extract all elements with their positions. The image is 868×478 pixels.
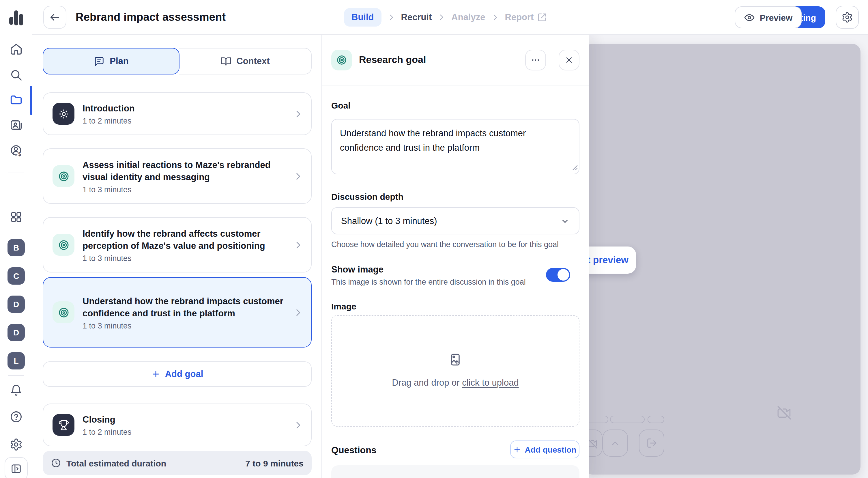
svg-text:$: $: [18, 151, 21, 157]
workspace-avatar[interactable]: B: [7, 239, 25, 256]
breadcrumb-report[interactable]: Report: [505, 12, 547, 23]
close-panel-button[interactable]: [559, 50, 580, 70]
preview-expand-button: [602, 429, 628, 457]
research-goal-panel: Research goal Goal Understand how the re…: [322, 35, 589, 478]
goal-duration: 1 to 2 minutes: [83, 117, 287, 125]
back-button[interactable]: [43, 6, 66, 29]
more-options-button[interactable]: [525, 50, 546, 70]
trophy-icon: [53, 414, 74, 436]
add-goal-button[interactable]: Add goal: [43, 361, 312, 387]
target-icon: [53, 165, 74, 187]
goal-card[interactable]: Assess initial reactions to Maze's rebra…: [43, 148, 312, 204]
breadcrumb-analyze[interactable]: Analyze: [451, 12, 485, 23]
workspace-avatar[interactable]: D: [7, 296, 25, 313]
chevron-right-icon: [293, 171, 303, 181]
image-field-label: Image: [331, 301, 356, 311]
sidebar-item-panel-payments[interactable]: $: [9, 144, 23, 158]
search-icon: [9, 68, 23, 82]
help-icon: [9, 410, 23, 423]
questions-heading: Questions: [331, 445, 376, 455]
tab-plan[interactable]: Plan: [43, 48, 180, 74]
goal-duration: 1 to 3 minutes: [83, 321, 287, 330]
resize-handle[interactable]: [571, 164, 578, 170]
workspace-initial: L: [13, 356, 19, 365]
close-icon: [564, 55, 574, 65]
goal-duration: 1 to 3 minutes: [83, 185, 287, 194]
gear-icon: [841, 11, 853, 23]
preview-progress-segment: [610, 416, 645, 423]
sidebar-item-settings[interactable]: [9, 438, 23, 451]
toggle-knob: [558, 269, 569, 280]
goal-card-introduction[interactable]: Introduction 1 to 2 minutes: [43, 92, 312, 135]
breadcrumb-recruit[interactable]: Recruit: [401, 12, 432, 23]
goal-textarea[interactable]: Understand how the rebrand impacts custo…: [331, 119, 580, 174]
chevron-down-icon: [560, 216, 569, 226]
user-dollar-icon: $: [9, 144, 23, 158]
total-duration-value: 7 to 9 minutes: [245, 458, 304, 468]
chevron-up-icon: [610, 438, 620, 448]
goal-card-closing[interactable]: Closing 1 to 2 minutes: [43, 404, 312, 446]
depth-help-text: Choose how detailed you want the convers…: [331, 240, 559, 249]
upload-prefix-text: Drag and drop or: [392, 377, 462, 387]
start-preview-label: t preview: [587, 255, 628, 266]
sidebar-active-indicator: [30, 86, 32, 115]
gear-icon: [9, 438, 23, 451]
bell-icon: [9, 384, 22, 397]
question-card[interactable]: [331, 465, 580, 478]
discussion-depth-value: Shallow (1 to 3 minutes): [341, 216, 437, 226]
ellipsis-icon: [530, 55, 541, 65]
app-window: t preview $ B C D D L: [0, 0, 868, 478]
goal-title: Introduction: [83, 102, 287, 114]
preview-progress-segment: [585, 416, 608, 423]
maze-logo: [8, 10, 23, 26]
plus-icon: [514, 445, 521, 453]
discussion-depth-select[interactable]: Shallow (1 to 3 minutes): [331, 207, 580, 234]
breadcrumb-report-label: Report: [505, 12, 534, 23]
sidebar-item-home[interactable]: [9, 42, 23, 56]
breadcrumb-build[interactable]: Build: [344, 8, 381, 27]
workspace-avatar[interactable]: L: [7, 352, 25, 369]
eye-icon: [744, 12, 755, 23]
goal-card-selected[interactable]: Understand how the rebrand impacts custo…: [43, 277, 312, 348]
sidebar-item-projects[interactable]: [9, 93, 23, 107]
upload-link[interactable]: click to upload: [462, 377, 519, 387]
grid-icon: [9, 211, 22, 223]
panel-expand-icon: [10, 463, 22, 475]
exit-icon: [646, 438, 657, 449]
add-question-button[interactable]: Add question: [510, 441, 580, 458]
clock-icon: [51, 458, 61, 468]
project-settings-button[interactable]: [836, 6, 859, 29]
tab-context[interactable]: Context: [179, 48, 312, 74]
sidebar-item-notifications[interactable]: [9, 384, 22, 397]
image-upload-dropzone[interactable]: Drag and drop or click to upload: [331, 315, 580, 427]
goal-title: Identify how the rebrand affects custome…: [83, 227, 287, 251]
panel-header: Research goal: [322, 35, 589, 85]
depth-field-label: Discussion depth: [331, 192, 403, 202]
home-icon: [11, 44, 21, 54]
sidebar-item-help[interactable]: [9, 410, 23, 423]
camera-off-icon: [777, 405, 792, 420]
chevron-right-icon: [387, 13, 395, 21]
total-duration-bar: Total estimated duration 7 to 9 minutes: [43, 451, 312, 475]
sidebar-item-apps-grid[interactable]: [9, 211, 22, 223]
chevron-right-icon: [293, 420, 303, 430]
workspace-avatar[interactable]: C: [7, 267, 25, 285]
image-upload-icon: [448, 352, 463, 367]
goal-field-label: Goal: [331, 100, 351, 110]
sidebar-item-participants[interactable]: [9, 119, 23, 132]
book-open-icon: [220, 56, 231, 67]
preview-exit-button: [639, 429, 664, 457]
upload-instructions: Drag and drop or click to upload: [383, 375, 527, 390]
chevron-right-icon: [293, 109, 303, 119]
workspace-avatar[interactable]: D: [7, 324, 25, 341]
goal-card[interactable]: Identify how the rebrand affects custome…: [43, 217, 312, 272]
show-image-toggle[interactable]: [546, 268, 570, 282]
top-header: Rebrand impact assessment Build Recruit …: [32, 0, 868, 35]
collapse-sidebar-button[interactable]: [5, 457, 28, 478]
chevron-right-icon: [437, 13, 445, 21]
workspace-initial: B: [13, 243, 19, 252]
plan-section: Plan Context Introduction 1 to 2 minutes: [32, 35, 322, 478]
arrow-left-icon: [49, 11, 61, 23]
preview-button[interactable]: Preview: [735, 6, 802, 28]
sidebar-item-search[interactable]: [9, 68, 23, 82]
